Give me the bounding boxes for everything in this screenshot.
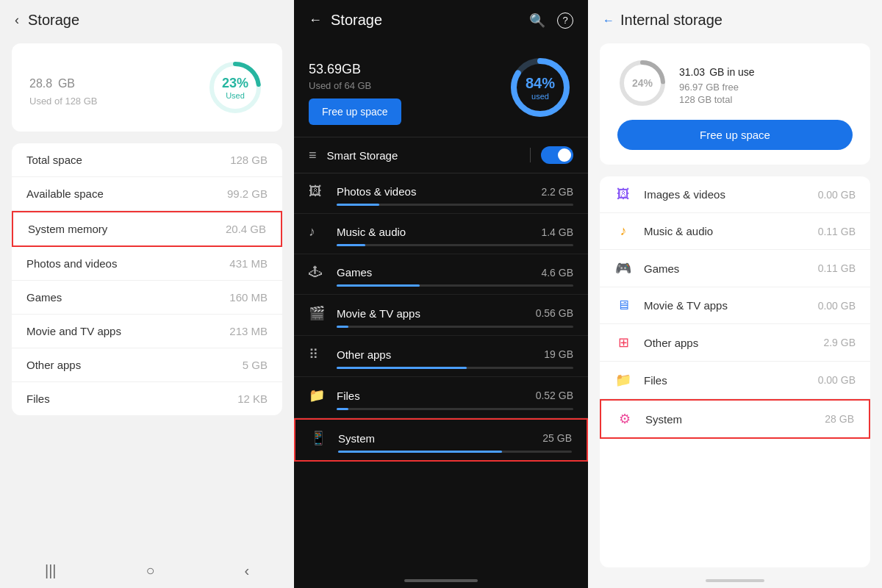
- right-storage-info: 31.03 GB in use 96.97 GB free 128 GB tot…: [679, 61, 755, 105]
- mid-help-icon[interactable]: ?: [557, 12, 573, 29]
- mid-category-list: 🖼Photos & videos2.2 GB ♪Music & audio1.4…: [294, 173, 588, 573]
- right-donut: 24%: [617, 58, 667, 108]
- right-top-bar: ← Internal storage: [588, 0, 882, 37]
- mid-donut: 84% used: [507, 54, 573, 121]
- right-cat-movie-tv[interactable]: 🖥 Movie & TV apps 0.00 GB: [600, 287, 870, 324]
- left-nav-bar: ||| ○ ‹: [0, 553, 294, 588]
- right-cat-games[interactable]: 🎮 Games 0.11 GB: [600, 250, 870, 287]
- right-cat-system[interactable]: ⚙ System 28 GB: [600, 399, 870, 439]
- mid-used-label: Used of 64 GB: [309, 80, 401, 91]
- mid-top-right: 🔍 ?: [529, 12, 573, 29]
- mid-used-amount: 53.69GB: [309, 49, 401, 80]
- music-icon: ♪: [309, 224, 326, 240]
- right-system-icon: ⚙: [616, 411, 634, 427]
- mid-back-icon[interactable]: ←: [309, 12, 322, 28]
- system-icon: 📱: [310, 430, 328, 446]
- list-item-photos-videos[interactable]: Photos and videos 431 MB: [12, 247, 282, 281]
- cat-music-audio[interactable]: ♪Music & audio1.4 GB: [294, 214, 588, 254]
- list-item-total-space[interactable]: Total space 128 GB: [12, 143, 282, 177]
- left-donut-center: 23% Used: [222, 76, 248, 100]
- list-item-files[interactable]: Files 12 KB: [12, 382, 282, 415]
- mid-search-icon[interactable]: 🔍: [529, 12, 545, 29]
- left-storage-list: Total space 128 GB Available space 99.2 …: [12, 143, 282, 415]
- list-item-system-memory[interactable]: System memory 20.4 GB: [12, 211, 282, 247]
- right-category-list: 🖼 Images & videos 0.00 GB ♪ Music & audi…: [600, 176, 870, 567]
- right-music-icon: ♪: [614, 223, 632, 239]
- right-total-gb: 128 GB total: [679, 94, 755, 105]
- mid-top-left: ← Storage: [309, 12, 382, 29]
- left-donut-label: Used: [222, 91, 248, 100]
- right-used-gb: 31.03 GB in use: [679, 61, 755, 80]
- right-cat-other-apps[interactable]: ⊞ Other apps 2.9 GB: [600, 324, 870, 362]
- right-images-icon: 🖼: [614, 187, 632, 202]
- nav-back-icon[interactable]: ‹: [244, 562, 249, 579]
- mid-storage-summary: 53.69GB Used of 64 GB Free up space 84% …: [294, 37, 588, 137]
- other-apps-icon: ⠿: [309, 346, 326, 362]
- left-top-bar: ‹ Storage: [0, 0, 294, 37]
- left-used-label: Used of 128 GB: [29, 96, 98, 107]
- mid-summary-left: 53.69GB Used of 64 GB Free up space: [309, 49, 401, 125]
- right-back-icon[interactable]: ←: [603, 14, 614, 27]
- right-free-gb: 96.97 GB free: [679, 82, 755, 93]
- left-back-icon[interactable]: ‹: [15, 12, 19, 28]
- right-games-icon: 🎮: [614, 260, 632, 276]
- mid-top-bar: ← Storage 🔍 ?: [294, 0, 588, 37]
- left-used-amount: 28.8 GB: [29, 69, 98, 93]
- mid-free-up-button[interactable]: Free up space: [309, 98, 401, 125]
- mid-bottom-bar: [294, 573, 588, 588]
- right-movie-icon: 🖥: [614, 298, 632, 313]
- right-cat-music-audio[interactable]: ♪ Music & audio 0.11 GB: [600, 213, 870, 250]
- left-donut: 23% Used: [206, 58, 265, 117]
- right-other-apps-icon: ⊞: [614, 334, 632, 351]
- smart-storage-icon: ≡: [309, 148, 317, 163]
- files-icon: 📁: [309, 387, 326, 404]
- right-donut-pct: 24%: [632, 77, 653, 89]
- cat-games[interactable]: 🕹Games4.6 GB: [294, 254, 588, 295]
- right-cat-files[interactable]: 📁 Files 0.00 GB: [600, 362, 870, 399]
- right-title: Internal storage: [620, 12, 723, 29]
- cat-other-apps[interactable]: ⠿Other apps19 GB: [294, 336, 588, 377]
- mid-donut-center: 84% used: [526, 74, 555, 100]
- list-item-games[interactable]: Games 160 MB: [12, 281, 282, 315]
- panel-middle: ← Storage 🔍 ? 53.69GB Used of 64 GB Free…: [294, 0, 588, 588]
- right-summary-top: 24% 31.03 GB in use 96.97 GB free 128 GB…: [617, 58, 853, 108]
- left-donut-pct: 23%: [222, 76, 248, 91]
- list-item-movie-tv-apps[interactable]: Movie and TV apps 213 MB: [12, 315, 282, 348]
- cat-movie-tv[interactable]: 🎬Movie & TV apps0.56 GB: [294, 295, 588, 336]
- smart-storage-toggle[interactable]: [541, 146, 573, 164]
- right-bottom-bar: [706, 579, 764, 582]
- nav-recents-icon[interactable]: |||: [45, 562, 57, 579]
- mid-donut-label: used: [526, 91, 555, 100]
- smart-storage-divider: [530, 148, 531, 162]
- cat-photos-videos[interactable]: 🖼Photos & videos2.2 GB: [294, 173, 588, 214]
- left-title: Storage: [28, 12, 79, 29]
- photos-icon: 🖼: [309, 184, 326, 199]
- games-icon: 🕹: [309, 265, 326, 280]
- left-storage-card: 28.8 GB Used of 128 GB 23% Used: [12, 43, 282, 132]
- smart-storage-row[interactable]: ≡ Smart Storage: [294, 137, 588, 173]
- list-item-other-apps[interactable]: Other apps 5 GB: [12, 348, 282, 382]
- panel-right: ← Internal storage 24% 31.03 GB in use 9…: [588, 0, 882, 588]
- cat-files[interactable]: 📁Files0.52 GB: [294, 377, 588, 418]
- cat-system[interactable]: 📱System25 GB: [294, 418, 588, 462]
- movie-icon: 🎬: [309, 305, 326, 321]
- mid-bottom-indicator: [404, 579, 478, 582]
- nav-home-icon[interactable]: ○: [146, 562, 154, 579]
- right-files-icon: 📁: [614, 372, 632, 388]
- list-item-available-space[interactable]: Available space 99.2 GB: [12, 177, 282, 211]
- right-summary-card: 24% 31.03 GB in use 96.97 GB free 128 GB…: [600, 43, 870, 165]
- mid-title: Storage: [331, 12, 382, 29]
- smart-storage-label: Smart Storage: [327, 149, 530, 162]
- panel-left: ‹ Storage 28.8 GB Used of 128 GB 23% Use…: [0, 0, 294, 588]
- mid-donut-pct: 84%: [526, 74, 555, 91]
- left-used-info: 28.8 GB Used of 128 GB: [29, 69, 98, 107]
- right-donut-center: 24%: [632, 77, 653, 89]
- right-cat-images-videos[interactable]: 🖼 Images & videos 0.00 GB: [600, 176, 870, 213]
- right-free-up-button[interactable]: Free up space: [617, 120, 853, 150]
